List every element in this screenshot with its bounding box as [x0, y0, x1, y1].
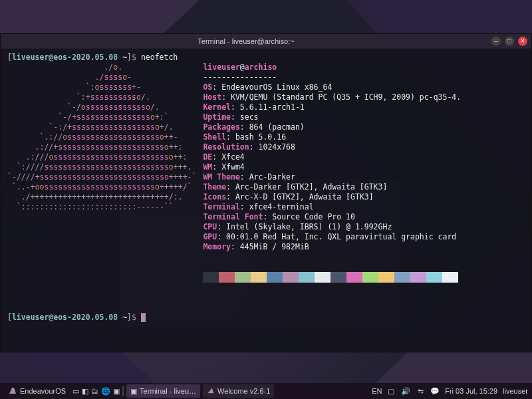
file-manager-icon[interactable]: 🗂	[91, 387, 98, 395]
nf-sep: ----------------	[203, 72, 277, 82]
nf-key: Icons	[203, 192, 226, 201]
color-swatch	[219, 272, 235, 283]
nf-key: Theme	[203, 182, 226, 192]
nf-value: : Xfwm4	[212, 162, 244, 172]
prompt-userhost: liveuser@eos-2020.05.08	[12, 313, 118, 322]
nf-value: : KVM/QEMU (Standard PC (Q35 + ICH9, 200…	[221, 92, 461, 102]
start-menu-button[interactable]: EndeavourOS	[4, 384, 70, 398]
color-swatch	[426, 272, 442, 283]
window-maximize-button[interactable]: □	[505, 37, 514, 46]
notifications-icon[interactable]: 💬	[430, 387, 440, 396]
nf-value: : EndeavourOS Linux x86_64	[212, 82, 332, 92]
nf-value: : 1024x768	[249, 142, 295, 152]
svg-marker-6	[208, 388, 214, 394]
nf-key: Memory	[203, 242, 231, 251]
nf-key: Terminal Font	[203, 212, 263, 221]
nf-key: DE	[203, 152, 212, 162]
nf-value: : Intel (Skylake, IBRS) (1) @ 1.992GHz	[217, 222, 392, 231]
color-swatch	[267, 272, 283, 283]
terminal-cursor	[141, 313, 146, 322]
color-swatch	[331, 272, 346, 283]
nf-value: : bash 5.0.16	[226, 132, 286, 142]
nf-value: : Source Code Pro 10	[263, 212, 354, 221]
nf-key: OS	[203, 82, 212, 92]
nf-key: Resolution	[203, 142, 249, 152]
color-swatch	[362, 272, 378, 283]
nf-value: : Arc-Darker	[240, 172, 295, 182]
nf-key: Shell	[203, 132, 226, 142]
clock[interactable]: Fri 03 Jul, 15:29	[445, 387, 497, 395]
terminal-launcher-icon[interactable]: ▣	[113, 387, 120, 396]
neofetch-ascii-art: ./o. ./sssso- `:osssssss+- `:+ssssssssss…	[7, 63, 196, 293]
nf-user: liveuser	[203, 63, 239, 72]
web-browser-icon[interactable]: 🌐	[101, 387, 110, 396]
color-swatch	[410, 272, 426, 283]
taskbar-item-terminal[interactable]: ▣ Terminal - liveu…	[126, 384, 200, 398]
nf-value: : xfce4-terminal	[240, 202, 314, 211]
nf-key: WM	[203, 162, 212, 172]
window-title: Terminal - liveuser@archiso:~	[5, 37, 487, 45]
user-label[interactable]: liveuser	[503, 387, 528, 395]
window-close-button[interactable]: ×	[518, 37, 527, 46]
panel-separator	[122, 386, 124, 396]
prompt-command: neofetch	[141, 53, 178, 62]
terminal-icon: ▣	[130, 387, 137, 396]
color-swatch	[442, 272, 458, 283]
taskbar-item-label: Welcome v2.6-1	[217, 387, 270, 395]
nf-value: : Xfce4	[212, 152, 244, 162]
prompt-symbol: $	[132, 313, 136, 322]
app-launcher-icon[interactable]: ◧	[82, 387, 88, 396]
nf-host: archiso	[245, 63, 277, 72]
nf-value: : secs	[231, 112, 259, 122]
prompt-symbol: $	[132, 53, 136, 62]
window-minimize-button[interactable]: –	[491, 37, 501, 46]
prompt-userhost: liveuser@eos-2020.05.08	[12, 53, 118, 62]
color-swatch	[394, 272, 410, 283]
system-tray: EN ▢ 🔊 ⇋ 💬 Fri 03 Jul, 15:29 liveuser	[372, 387, 528, 396]
show-desktop-icon[interactable]: ▭	[72, 387, 79, 396]
endeavouros-logo-icon	[8, 386, 17, 396]
taskbar: EndeavourOS ▭ ◧ 🗂 🌐 ▣ ▣ Terminal - liveu…	[0, 383, 532, 399]
nf-key: Packages	[203, 122, 239, 132]
color-swatch	[378, 272, 394, 283]
nf-key: GPU	[203, 232, 217, 241]
color-swatch	[251, 272, 267, 283]
nf-value: : Arc-Darker [GTK2], Adwaita [GTK3]	[226, 182, 387, 192]
nf-key: WM Theme	[203, 172, 239, 182]
nf-key: Kernel	[203, 102, 231, 112]
nf-key: CPU	[203, 222, 217, 231]
color-swatch	[299, 272, 315, 283]
nf-value: : 00:01.0 Red Hat, Inc. QXL paravirtual …	[217, 232, 456, 241]
terminal-window: Terminal - liveuser@archiso:~ – □ × [liv…	[0, 33, 532, 352]
color-swatch	[203, 272, 219, 283]
keyboard-layout-indicator[interactable]: EN	[372, 387, 381, 395]
taskbar-item-label: Terminal - liveu…	[140, 387, 196, 395]
nf-key: Uptime	[203, 112, 231, 122]
distro-label: EndeavourOS	[20, 387, 66, 395]
neofetch-info: liveuser@archiso ---------------- OS: En…	[203, 63, 461, 293]
window-titlebar[interactable]: Terminal - liveuser@archiso:~ – □ ×	[1, 34, 531, 49]
color-swatch	[346, 272, 362, 283]
volume-icon[interactable]: 🔊	[401, 387, 410, 396]
color-swatch	[235, 272, 251, 283]
color-swatch	[283, 272, 299, 283]
nf-value: : 5.6.11-arch1-1	[231, 102, 305, 112]
nf-key: Terminal	[203, 202, 239, 211]
taskbar-item-welcome[interactable]: Welcome v2.6-1	[203, 384, 274, 398]
endeavouros-logo-icon	[207, 386, 215, 396]
nf-value: : 445MiB / 982MiB	[231, 242, 309, 251]
network-icon[interactable]: ⇋	[416, 387, 425, 396]
nf-value: : 864 (pacman)	[240, 122, 305, 132]
color-swatch	[315, 272, 331, 283]
nf-value: : Arc-X-D [GTK2], Adwaita [GTK3]	[226, 192, 374, 201]
nf-key: Host	[203, 92, 221, 102]
terminal-body[interactable]: [liveuser@eos-2020.05.08 ~]$ neofetch ./…	[1, 49, 531, 352]
neofetch-color-swatches	[203, 272, 461, 283]
display-icon[interactable]: ▢	[386, 387, 396, 396]
